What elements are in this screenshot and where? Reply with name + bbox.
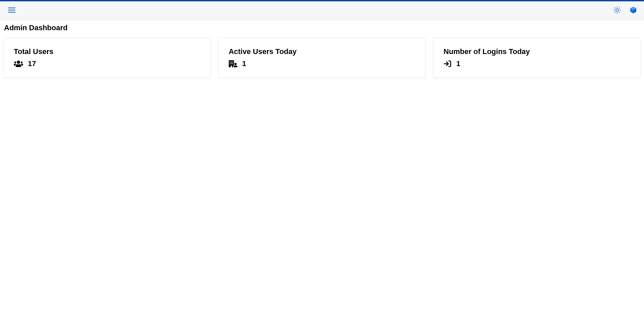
building-user-icon [229, 60, 237, 67]
svg-line-7 [619, 12, 620, 12]
card-value: 17 [28, 59, 36, 68]
theme-toggle-button[interactable] [612, 5, 623, 16]
card-total-users: Total Users 17 [3, 38, 211, 78]
page-title: Admin Dashboard [3, 23, 641, 32]
card-value-row: 1 [443, 59, 630, 68]
header-right [612, 5, 639, 16]
card-value-row: 17 [14, 59, 201, 68]
hamburger-icon [7, 6, 16, 15]
header-left [5, 4, 18, 17]
header [0, 1, 644, 20]
card-value: 1 [456, 59, 460, 68]
svg-line-11 [619, 8, 620, 8]
card-title: Number of Logins Today [443, 47, 630, 56]
card-logins: Number of Logins Today 1 [433, 38, 641, 78]
card-title: Active Users Today [229, 47, 416, 56]
sun-icon [613, 6, 621, 15]
svg-point-3 [616, 9, 619, 11]
login-icon [443, 60, 451, 67]
card-value-row: 1 [229, 59, 416, 68]
menu-button[interactable] [5, 4, 18, 17]
svg-line-6 [615, 8, 615, 8]
cube-icon [629, 6, 637, 15]
card-value: 1 [242, 59, 246, 68]
card-active-users: Active Users Today 1 [218, 38, 426, 78]
users-icon [14, 60, 23, 67]
card-title: Total Users [14, 47, 201, 56]
cube-button[interactable] [628, 5, 639, 16]
svg-line-10 [615, 12, 615, 12]
cards-row: Total Users 17 Active Users Today 1 [3, 38, 641, 78]
main-content: Admin Dashboard Total Users 17 Active Us… [0, 20, 644, 81]
